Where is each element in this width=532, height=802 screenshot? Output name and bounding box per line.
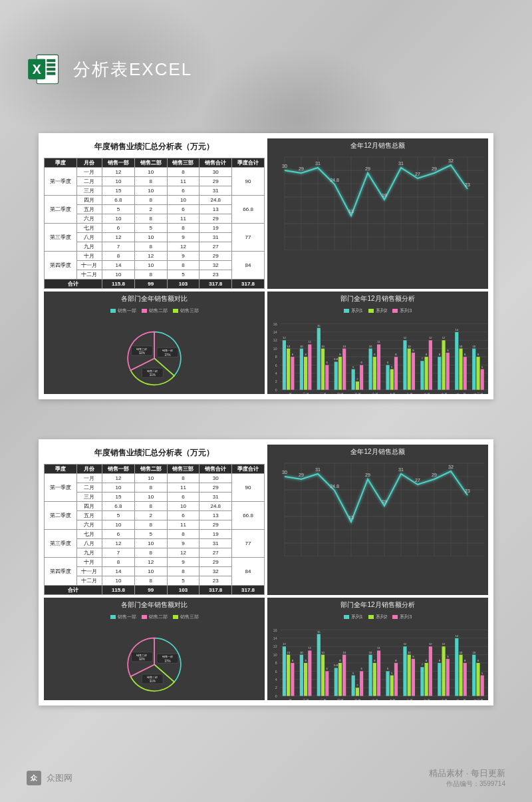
table-header: 月份 [76,158,102,168]
svg-text:八月: 八月 [406,392,413,394]
svg-rect-9 [47,72,55,75]
svg-text:四月: 四月 [337,698,344,700]
svg-text:10: 10 [460,345,463,348]
svg-text:15: 15 [317,630,321,634]
dashboard-card-1: 年度销售业绩汇总分析表（万元）全年12月销售总额30293124.8132919… [39,133,493,399]
svg-text:5: 5 [352,365,354,369]
svg-rect-120 [403,340,406,389]
svg-text:12: 12 [273,644,277,648]
svg-rect-148 [472,349,475,390]
svg-text:19: 19 [382,499,387,504]
svg-rect-80 [304,357,307,390]
svg-text:十一月: 十一月 [456,392,466,394]
svg-rect-214 [283,646,286,696]
sales-table: 季度月份销售一部销售二部销售三部销售合计季度合计第一季度一月121083090二… [44,158,265,289]
table-row: 六月1081129 [45,214,265,224]
svg-text:10: 10 [342,345,346,348]
svg-text:十二月: 十二月 [473,698,483,700]
table-row: 二月1081129 [45,483,265,493]
svg-rect-253 [377,650,380,696]
svg-text:5: 5 [391,365,393,369]
svg-rect-136 [442,340,445,389]
svg-text:10: 10 [342,651,346,654]
svg-rect-260 [394,663,398,696]
svg-rect-145 [464,357,467,390]
svg-rect-115 [390,369,394,390]
line-chart-panel: 全年12月销售总额30293124.81329193127293223 [267,445,488,595]
pie-chart-title: 各部门全年销售额对比 [44,292,265,306]
svg-text:27: 27 [415,478,420,483]
svg-text:8: 8 [275,661,277,665]
svg-text:五月: 五月 [354,392,361,394]
svg-text:8: 8 [292,659,294,662]
svg-text:6: 6 [275,670,277,674]
svg-text:三月: 三月 [320,698,327,700]
svg-rect-218 [291,663,294,696]
svg-text:8: 8 [426,659,428,662]
svg-text:14: 14 [273,330,277,334]
table-row: 二月1081129 [45,177,265,186]
bar-chart: 0246810121416 12 10 8一月 10 8 11二月 15 10 … [267,620,488,700]
pie-chart-title: 各部门全年销售额对比 [44,598,265,612]
svg-text:6: 6 [387,361,389,364]
svg-rect-71 [283,340,286,389]
svg-text:4: 4 [275,371,277,375]
svg-text:0: 0 [275,388,277,392]
bar-legend: 系列1系列2系列3 [267,307,488,314]
svg-text:10: 10 [300,345,303,348]
footer-tagline: 精品素材 · 每日更新 [429,768,505,778]
svg-rect-82 [308,344,311,389]
svg-text:12: 12 [404,642,407,646]
svg-text:五月: 五月 [354,698,361,700]
svg-rect-101 [356,381,359,389]
svg-text:13: 13 [348,515,354,520]
pie-chart: 销售一部 37% 销售二部 31% 销售三部 32% [44,620,265,700]
svg-rect-134 [438,357,441,390]
table-row: 第一季度一月121083090 [45,168,265,177]
svg-text:31: 31 [398,161,404,166]
svg-text:29: 29 [365,473,370,477]
svg-text:4: 4 [275,678,277,682]
pie-chart: 销售一部 37% 销售二部 31% 销售三部 32% [44,314,265,394]
svg-rect-92 [334,362,338,390]
svg-text:14: 14 [455,634,458,638]
svg-text:8: 8 [305,353,307,356]
svg-text:12: 12 [429,336,432,339]
svg-rect-103 [360,365,363,389]
svg-rect-225 [308,650,311,696]
svg-text:六月: 六月 [372,392,378,394]
svg-rect-96 [342,349,346,390]
table-header: 销售一部 [102,158,135,168]
table-row: 十二月108523 [45,270,265,280]
svg-text:29: 29 [432,473,437,477]
svg-text:二月: 二月 [303,392,309,394]
svg-text:10: 10 [321,651,325,654]
table-header: 销售一部 [102,465,135,474]
svg-text:10: 10 [472,345,475,348]
svg-text:10: 10 [321,345,325,348]
svg-text:29: 29 [365,166,370,171]
table-total-row: 合计115.899103317.8317.8 [45,280,265,289]
svg-text:9: 9 [447,349,449,352]
pie-chart-panel: 各部门全年销售额对比 销售一部销售二部销售三部 销售一部 37% 销售二部 31… [44,598,265,700]
table-header: 销售二部 [134,465,167,474]
svg-rect-295 [481,676,484,696]
svg-text:11: 11 [377,340,380,343]
svg-rect-270 [420,667,424,696]
svg-text:6: 6 [327,667,329,670]
svg-rect-89 [325,365,329,389]
table-row: 六月1081129 [45,520,265,530]
svg-rect-94 [338,357,342,390]
svg-rect-138 [446,353,450,390]
svg-text:16: 16 [273,628,277,632]
svg-text:24.8: 24.8 [330,484,339,489]
svg-text:十二月: 十二月 [473,392,483,394]
bar-chart-title: 部门全年12月销售额分析 [267,598,488,612]
svg-rect-239 [342,655,346,696]
svg-rect-106 [369,349,372,390]
svg-text:8: 8 [477,659,479,662]
table-total-row: 合计115.899103317.8317.8 [45,586,265,595]
svg-text:11: 11 [377,646,380,650]
table-row: 八月1210931 [45,233,265,242]
svg-rect-232 [325,671,329,696]
